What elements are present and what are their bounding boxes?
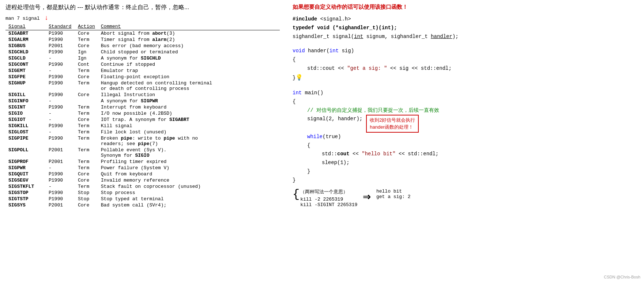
signal-name: SIGPWR: [5, 165, 46, 171]
table-row: SIGINFO-A synonym for SIGPWR: [5, 98, 280, 104]
signal-action: Term: [75, 129, 98, 135]
table-row: SIGPOLLP2001TermPollable event (Sys V).S…: [5, 147, 280, 159]
signal-comment: Kill signal: [98, 123, 280, 129]
signal-standard: P1990: [46, 61, 75, 68]
include-block: #include <signal.h> typedef void (*sigha…: [293, 15, 637, 41]
signal-comment: A synonym for SIGCHLD: [98, 55, 280, 61]
signal-comment: Interrupt from keyboard: [98, 104, 280, 110]
man-command-text: man 7 signal: [5, 16, 40, 21]
signal-action: Term: [75, 147, 98, 159]
signal-action: Core: [75, 177, 98, 183]
main-comment: // 对信号的自定义捕捉，我们只要捉一次，后续一直有效: [307, 106, 637, 115]
signal-name: SIGSEGV: [5, 177, 46, 183]
table-header-row: Signal Standard Action Comment: [5, 23, 280, 30]
signal-comment: Stop process: [98, 190, 280, 196]
signal-standard: -: [46, 55, 75, 61]
bottom-right-content: hello bit get a sig: 2: [376, 189, 411, 200]
handler-close-brace: }💡: [293, 73, 637, 83]
signal-name: SIGEMT: [5, 68, 46, 74]
signal-standard: P2001: [46, 43, 75, 49]
table-row: SIGILLP1990CoreIllegal Instruction: [5, 92, 280, 98]
signal-name: SIGPROF: [5, 159, 46, 165]
table-row: SIGPIPEP1990TermBroken pipe: write to pi…: [5, 135, 280, 147]
signal-name: SIGSTKFLT: [5, 183, 46, 190]
signal-name: SIGALRM: [5, 37, 46, 43]
table-row: SIGCLD-IgnA synonym for SIGCHLD: [5, 55, 280, 61]
signal-standard: P1990: [46, 177, 75, 183]
signal-comment: Hangup detected on controlling terminalo…: [98, 80, 280, 92]
signal-action: [75, 98, 98, 104]
while-line: while(true): [307, 133, 637, 141]
table-row: SIGLOST-TermFile lock lost (unused): [5, 129, 280, 135]
bottom-label: （两种写法一个意思）: [300, 189, 357, 195]
handler-def: void hander(int sig): [293, 47, 637, 56]
table-row: SIGIOT-CoreIOT trap. A synonym for SIGAB…: [5, 117, 280, 123]
signal-standard: P2001: [46, 159, 75, 165]
signal-table: Signal Standard Action Comment SIGABRTP1…: [5, 23, 280, 208]
signal-comment: Profiling timer expired: [98, 159, 280, 165]
signal-name: SIGCONT: [5, 61, 46, 68]
signal-standard: -: [46, 165, 75, 171]
signal-comment: Quit from keyboard: [98, 171, 280, 177]
table-row: SIGINTP1990TermInterrupt from keyboard: [5, 104, 280, 110]
signal-comment: Broken pipe: write to pipe with noreader…: [98, 135, 280, 147]
table-row: SIGKILLP1990TermKill signal: [5, 123, 280, 129]
signal-name: SIGIOT: [5, 117, 46, 123]
bottom-label-container: { （两种写法一个意思） kill -2 2265319 kill -SIGIN…: [293, 189, 357, 208]
signal-action: Core: [75, 202, 98, 208]
csdn-attribution: CSDN @Chris-Bosh: [604, 275, 640, 279]
table-row: SIGBUSP2001CoreBus error (bad memory acc…: [5, 43, 280, 49]
left-panel: 进程处理信号，都是默认的 --- 默认动作通常：终止自己，暂停，忽略... ma…: [0, 0, 285, 281]
signal-action: Term: [75, 37, 98, 43]
left-brace-icon: {: [293, 189, 300, 200]
table-row: SIGPROFP2001TermProfiling timer expired: [5, 159, 280, 165]
man-command-line: man 7 signal ↓: [5, 14, 280, 22]
signal-action: Core: [75, 92, 98, 98]
signal-action: Term: [75, 104, 98, 110]
signal-comment: Child stopped or terminated: [98, 49, 280, 55]
output-hello-bit: hello bit: [376, 189, 411, 194]
signal-standard: P1990: [46, 171, 75, 177]
signal-comment: Stop typed at terminal: [98, 196, 280, 202]
signal-action: Core: [75, 171, 98, 177]
signal-standard: -: [46, 98, 75, 104]
signal-name: SIGCHLD: [5, 49, 46, 55]
table-row: SIGPWR-TermPower failure (System V): [5, 165, 280, 171]
signal-standard: P1990: [46, 135, 75, 147]
signal-action: Stop: [75, 196, 98, 202]
output-get-sig: get a sig: 2: [376, 194, 411, 200]
signal-name: SIGINFO: [5, 98, 46, 104]
signal-comment: Timer signal from alarm(2): [98, 37, 280, 43]
kill-cmd-1: kill -2 2265319: [300, 197, 357, 202]
signal-comment: Pollable event (Sys V).Synonym for SIGIO: [98, 147, 280, 159]
while-close-brace: }: [307, 167, 637, 176]
main-close-brace: }: [293, 176, 637, 185]
signal-standard: P1990: [46, 92, 75, 98]
signal-name: SIGIO: [5, 110, 46, 117]
signal-comment: File lock lost (unused): [98, 129, 280, 135]
signal-standard: P2001: [46, 202, 75, 208]
signal-standard: P1990: [46, 49, 75, 55]
signal-name: SIGLOST: [5, 129, 46, 135]
table-row: SIGIO-TermI/O now possible (4.2BSD): [5, 110, 280, 117]
table-row: SIGSYSP2001CoreBad system call (SVr4);: [5, 202, 280, 208]
signal-standard: P2001: [46, 147, 75, 159]
signal-action: Cont: [75, 61, 98, 68]
signal-comment: Power failure (System V): [98, 165, 280, 171]
signal-action: Core: [75, 43, 98, 49]
table-row: SIGQUITP1990CoreQuit from keyboard: [5, 171, 280, 177]
signal-action: Term: [75, 80, 98, 92]
signal-standard: P1990: [46, 196, 75, 202]
signal-call-text: signal(2, hander);: [307, 115, 362, 124]
col-header-standard: Standard: [46, 23, 75, 30]
handler-body: std::cout << "get a sig: " << sig << std…: [307, 64, 637, 73]
main-open-brace: {: [293, 98, 637, 106]
signal-comment: A synonym for SIGPWR: [98, 98, 280, 104]
table-row: SIGCHLDP1990IgnChild stopped or terminat…: [5, 49, 280, 55]
kill-cmd-2: kill -SIGINT 2265319: [300, 202, 357, 208]
right-arrow-icon: ⇒: [363, 189, 371, 205]
signal-name: SIGINT: [5, 104, 46, 110]
handler-open-brace: {: [293, 56, 637, 64]
signal-name: SIGSYS: [5, 202, 46, 208]
table-row: SIGSTKFLT-TermStack fault on coprocessor…: [5, 183, 280, 190]
